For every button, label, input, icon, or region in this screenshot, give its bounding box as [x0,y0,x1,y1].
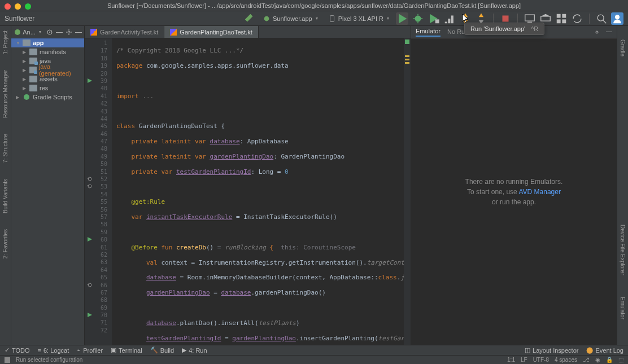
breadcrumb[interactable]: Sunflower [5,15,34,23]
device-selector[interactable]: Pixel 3 XL API R▾ [325,14,393,24]
emulator-tool-button[interactable]: Emulator [620,295,626,322]
recursive-gutter-icon[interactable] [87,176,93,182]
emulator-panel: Emulator No Runni — There are no running… [411,26,617,345]
left-stripe: 1: Project Resource Manager 7: Structure… [0,26,11,345]
build-variants-tool-button[interactable]: Build Variants [2,177,8,216]
right-stripe: Gradle Device File Explorer Emulator [617,26,628,345]
debug-button[interactable] [412,12,424,25]
kotlin-file-icon [170,29,177,36]
svg-rect-4 [525,15,535,21]
svg-rect-0 [330,15,334,21]
run-config-selector[interactable]: Sunflower.app▾ [259,14,321,24]
project-tool-button[interactable]: 1: Project [2,28,8,56]
todo-tool-button[interactable]: ✓ TODO [5,347,30,354]
run-tool-button[interactable]: ▶ 4: Run [182,347,207,354]
svg-point-1 [415,15,421,21]
gear-icon[interactable] [592,28,601,37]
memory-indicator-icon[interactable]: ⬚ [618,357,623,363]
editor-tab-2[interactable]: GardenPlantingDaoTest.kt [164,26,258,38]
logcat-tool-button[interactable]: ≡ 6: Logcat [38,347,69,354]
inspections-icon[interactable]: ◉ [595,357,600,363]
avd-manager-link[interactable]: AVD Manager [518,188,560,196]
build-tool-button[interactable]: 🔨 Build [150,347,174,354]
svg-rect-6 [541,16,551,20]
device-explorer-tool-button[interactable]: Device File Explorer [620,222,626,277]
project-tree: An...▾ — — ▼app ▶manifests ▶java ▶java (… [11,26,85,345]
gutter[interactable]: 117181920 39 40414243444546 4748495051 5… [85,38,112,345]
run-gutter-icon[interactable] [87,312,93,318]
editor-tabs: GardenActivityTest.kt GardenPlantingDaoT… [85,26,411,38]
window-title: Sunflower [~/Documents/Sunflower] - .../… [0,0,628,11]
emulator-empty-msg3: or run the app. [492,198,536,206]
window-close-icon[interactable] [5,3,11,10]
svg-rect-9 [557,19,561,23]
marker-strip[interactable] [404,38,411,345]
svg-rect-10 [562,19,566,23]
search-icon[interactable] [595,12,608,25]
sync-icon[interactable] [571,12,583,25]
target-icon[interactable] [46,28,54,37]
terminal-tool-button[interactable]: ▣ Terminal [111,347,142,354]
status-bar: Run selected configuration 1:1 LF UTF-8 … [0,355,628,364]
run-tooltip: Run 'Sunflower.app'^R [464,23,544,35]
emulator-empty-msg2: To start one, use AVD Manager [467,188,561,196]
svg-rect-2 [435,19,439,23]
resource-manager-icon[interactable] [555,12,568,25]
gradle-icon [23,93,30,101]
code-content[interactable]: /* Copyright 2018 Google LLC ...*/ packa… [112,38,404,345]
gear-icon[interactable] [65,28,73,37]
svg-point-12 [615,15,620,19]
tree-folder-java-gen[interactable]: ▶java (generated) [11,65,84,74]
indent-setting[interactable]: 4 spaces [555,357,577,363]
file-encoding[interactable]: UTF-8 [533,357,549,363]
tree-root-app[interactable]: ▼app [11,38,84,47]
bottom-tool-bar: ✓ TODO ≡ 6: Logcat ⌁ Profiler ▣ Terminal… [0,345,628,355]
status-message: Run selected configuration [16,357,82,363]
hide-icon[interactable]: — [606,28,612,37]
lock-icon[interactable]: 🔒 [606,357,613,363]
hammer-icon[interactable] [243,12,256,25]
editor-tab-1[interactable]: GardenActivityTest.kt [85,26,164,38]
collapse-icon[interactable]: — [56,28,63,36]
favorites-tool-button[interactable]: 2: Favorites [2,227,8,261]
svg-point-11 [598,15,604,21]
profiler-tool-button[interactable]: ⌁ Profiler [77,347,103,354]
tree-gradle-scripts[interactable]: ▶Gradle Scripts [11,93,84,102]
emulator-empty-msg: There are no running Emulators. [465,178,563,186]
resource-manager-tool-button[interactable]: Resource Manager [2,68,8,120]
kotlin-file-icon [90,29,97,36]
recursive-gutter-icon[interactable] [87,183,93,189]
layout-inspector-button[interactable]: ◫ Layout Inspector [525,347,578,354]
tree-folder-manifests[interactable]: ▶manifests [11,47,84,56]
status-indicator-icon[interactable] [5,357,10,363]
event-log-button[interactable]: ⬤ Event Log [586,347,623,354]
gradle-tool-button[interactable]: Gradle [620,37,626,59]
svg-point-16 [68,31,70,33]
project-view-selector[interactable]: An... [23,29,36,36]
run-gutter-icon[interactable] [87,78,93,84]
recursive-gutter-icon[interactable] [87,282,93,288]
git-branch-icon[interactable]: ⎇ [583,357,590,363]
structure-tool-button[interactable]: 7: Structure [2,131,8,165]
window-zoom-icon[interactable] [25,3,31,10]
tree-folder-res[interactable]: ▶res [11,84,84,93]
account-icon[interactable] [611,12,623,25]
svg-rect-8 [562,14,566,17]
profile-button[interactable] [443,12,456,25]
svg-rect-3 [503,15,509,21]
window-minimize-icon[interactable] [15,3,21,10]
code-editor[interactable]: 117181920 39 40414243444546 4748495051 5… [85,38,411,345]
emulator-tab[interactable]: Emulator [416,28,441,37]
svg-point-13 [15,29,20,35]
svg-point-17 [24,94,29,100]
svg-rect-7 [557,14,561,17]
android-icon [14,28,20,36]
cursor-position[interactable]: 1:1 [507,357,515,363]
run-button[interactable] [396,12,408,25]
hide-icon[interactable]: — [75,28,82,36]
svg-point-18 [596,31,598,33]
line-ending[interactable]: LF [521,357,527,363]
svg-point-15 [49,32,50,33]
run-gutter-icon[interactable] [87,236,93,242]
coverage-button[interactable] [428,12,440,25]
